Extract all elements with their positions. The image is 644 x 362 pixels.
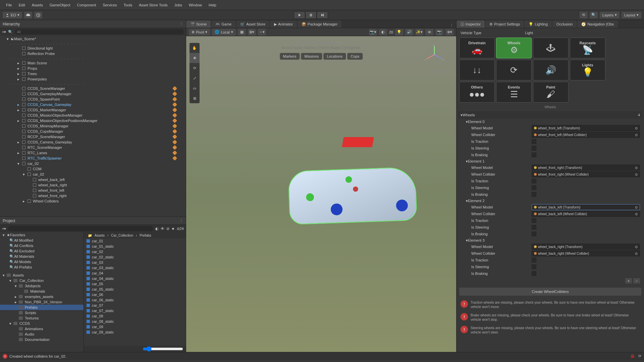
account-dropdown[interactable]: EO▾: [3, 12, 22, 18]
hierarchy-item[interactable]: ▸Powerpoles: [0, 76, 186, 82]
project-prefab-item[interactable]: car_05_static: [84, 287, 186, 292]
step-button[interactable]: [317, 11, 328, 19]
project-folder[interactable]: ▾Car_Collection: [0, 278, 84, 283]
vehicle-tile-raycasts[interactable]: Raycasts📡: [570, 38, 605, 58]
project-prefab-item[interactable]: car_03_static: [84, 265, 186, 270]
favorite-item[interactable]: 🔍 All Excluded: [0, 248, 84, 254]
object-field[interactable]: wheel_front_left (Transform)⊙: [532, 125, 640, 131]
orientation-gizmo[interactable]: yzx: [423, 43, 446, 66]
project-folder[interactable]: Textures: [0, 315, 84, 321]
hierarchy-scene-row[interactable]: ▾☯ Main_Scene*: [0, 36, 186, 42]
hierarchy-item[interactable]: wheel_back_left: [0, 177, 186, 182]
move-tool-icon[interactable]: ✥: [190, 53, 200, 63]
menu-window[interactable]: Window: [185, 3, 205, 7]
project-search-input[interactable]: [8, 226, 153, 231]
project-asset-list[interactable]: car_01car_01_staticcar_02car_02_staticca…: [84, 238, 186, 346]
autorefresh-icon[interactable]: ⟳: [638, 354, 641, 358]
project-prefab-item[interactable]: car_06: [84, 292, 186, 297]
favorites-header[interactable]: ▾★ Favorites: [0, 232, 84, 238]
project-folder[interactable]: Audio: [0, 331, 84, 337]
project-hidden-icon[interactable]: ⊘: [166, 227, 169, 231]
favorite-item[interactable]: 🔍 All Models: [0, 259, 84, 264]
vehicle-tile-drivetrain[interactable]: Drivetrain🚗: [459, 38, 495, 58]
menu-assetstoretools[interactable]: Asset Store Tools: [136, 3, 171, 7]
object-field[interactable]: wheel_back_left (Transform)⊙: [532, 204, 640, 210]
tab-occlusion[interactable]: Occlusion: [552, 20, 577, 28]
vehicle-tile-icon6[interactable]: 🔊: [533, 60, 569, 80]
menu-file[interactable]: File: [3, 3, 15, 7]
checkbox[interactable]: [532, 218, 536, 223]
missions-button[interactable]: Missions: [301, 53, 322, 60]
fx-toggle-icon[interactable]: ✨▾: [415, 29, 423, 36]
checkbox[interactable]: [532, 146, 536, 150]
vehicle-tile-others[interactable]: Others●●●: [459, 82, 495, 103]
project-prefab-item[interactable]: car_04: [84, 270, 186, 276]
debug-icon[interactable]: 🐞: [630, 354, 635, 358]
hierarchy-item[interactable]: RTC_SceneManager: [0, 145, 186, 150]
hierarchy-menu-icon[interactable]: ⋮: [179, 22, 183, 26]
vehicle-tile-icon2[interactable]: 🕹: [533, 38, 569, 58]
hierarchy-item[interactable]: ▸CCDS_Camera_Gameplay: [0, 139, 186, 145]
hierarchy-item[interactable]: ▾car_02: [0, 172, 186, 177]
gizmos-dropdown-icon[interactable]: ⊕▾: [445, 29, 453, 36]
tab-scene[interactable]: 🎬Scene: [186, 20, 211, 28]
checkbox[interactable]: [532, 153, 536, 157]
wheel-element-header[interactable]: ▾ Element 3: [458, 237, 643, 243]
hierarchy-item[interactable]: CCDS_GameplayManager: [0, 91, 186, 97]
history-icon[interactable]: [34, 12, 42, 18]
project-prefab-item[interactable]: car_06_static: [84, 297, 186, 303]
menu-services[interactable]: Services: [99, 3, 120, 7]
tab-inspector[interactable]: ⓘInspector: [457, 20, 485, 28]
hierarchy-item[interactable]: ▸Trees: [0, 71, 186, 76]
object-field[interactable]: wheel_back_right (Transform)⊙: [532, 244, 640, 250]
project-folder[interactable]: Materials: [0, 289, 84, 294]
checkbox[interactable]: [532, 271, 536, 276]
persp-label[interactable]: ≤ Persp: [433, 70, 446, 74]
tab-packagemanager[interactable]: 📦Package Manager: [298, 20, 341, 28]
project-folder[interactable]: Scripts: [0, 310, 84, 315]
hierarchy-add-button[interactable]: +▾: [2, 30, 6, 34]
hierarchy-item[interactable]: CCDS_MissionObjectiveManager: [0, 113, 186, 118]
project-prefab-item[interactable]: car_02_static: [84, 254, 186, 260]
hierarchy-item[interactable]: ▸RTC_Lanes: [0, 150, 186, 156]
tab-navigation[interactable]: 🧭Navigation (Obs: [577, 20, 618, 28]
menu-edit[interactable]: Edit: [15, 3, 29, 7]
vehicle-tile-lights[interactable]: Lights💡: [570, 60, 605, 80]
vehicle-tile-icon5[interactable]: ⟳: [496, 60, 532, 80]
hierarchy-item[interactable]: wheel_front_left: [0, 188, 186, 193]
hierarchy-item[interactable]: ▸CCDS_MissionObjectivePositionsManager: [0, 118, 186, 123]
checkbox[interactable]: [532, 258, 536, 262]
hierarchy-tree[interactable]: ▾☯ Main_Scene*- - - - - - - - - - - - - …: [0, 36, 186, 217]
camera-icon[interactable]: 📷: [435, 29, 443, 36]
favorite-item[interactable]: 🔍 All Prefabs: [0, 264, 84, 270]
hierarchy-item[interactable]: ▸Props: [0, 66, 186, 71]
checkbox[interactable]: [532, 192, 536, 197]
pivot-dropdown[interactable]: ⊕Pivot▾: [189, 29, 210, 36]
project-filter-icon[interactable]: ◐: [155, 227, 159, 231]
hierarchy-item[interactable]: RTC_TrafficSpawner: [0, 156, 186, 161]
project-prefab-item[interactable]: car_02: [84, 249, 186, 254]
checkbox[interactable]: [532, 225, 536, 230]
project-menu-icon[interactable]: ⋮: [179, 219, 183, 223]
project-add-button[interactable]: +▾: [2, 227, 6, 231]
vehicle-tile-icon4[interactable]: ↓↓: [459, 60, 495, 80]
cloud-icon[interactable]: [24, 12, 32, 18]
project-prefab-item[interactable]: car_07: [84, 303, 186, 308]
locations-button[interactable]: Locations: [323, 53, 346, 60]
hierarchy-item[interactable]: wheel_front_right: [0, 193, 186, 198]
favorite-item[interactable]: 🔍 All Conflicts: [0, 243, 84, 248]
menu-component[interactable]: Component: [73, 3, 99, 7]
tab-assetstore[interactable]: 🛒Asset Store: [236, 20, 269, 28]
project-prefab-item[interactable]: car_01: [84, 238, 186, 244]
lighting-toggle-icon[interactable]: 💡: [395, 29, 403, 36]
project-zoom-slider[interactable]: [143, 346, 183, 352]
hierarchy-item[interactable]: ▸Wheel Colliders: [0, 198, 186, 204]
grid-snap-icon[interactable]: ▦: [238, 29, 246, 36]
visibility-icon[interactable]: 👁: [425, 29, 433, 36]
tab-game[interactable]: 🎮Game: [211, 20, 235, 28]
project-prefab-item[interactable]: car_01_static: [84, 244, 186, 249]
object-field[interactable]: wheel_back_right (Wheel Collider)⊙: [532, 250, 640, 256]
scale-tool-icon[interactable]: ⤢: [190, 73, 200, 83]
create-wheelcolliders-button[interactable]: Create WheelColliders: [459, 288, 641, 296]
2d-toggle-icon[interactable]: ◐: [379, 29, 387, 36]
